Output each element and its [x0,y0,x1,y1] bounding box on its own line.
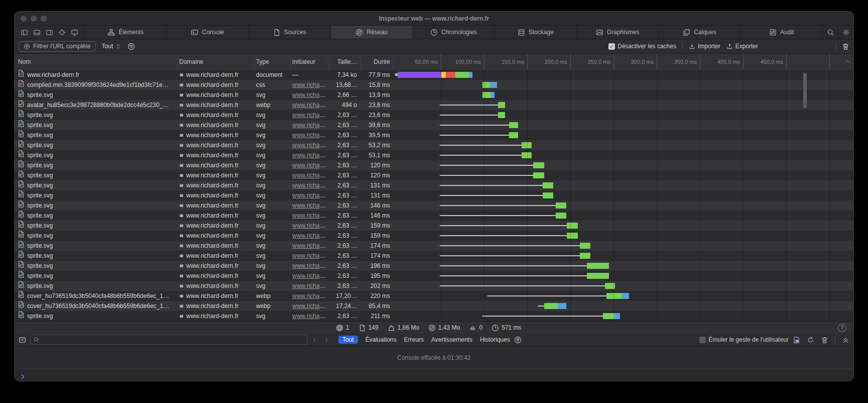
col-header-domain[interactable]: Domaine [179,54,203,70]
scrollbar-thumb[interactable] [803,73,807,108]
initiator-link[interactable]: www.richard-d… [292,112,327,119]
initiator-link[interactable]: www.richard-d… [292,232,327,239]
emulate-user-gesture-checkbox[interactable]: Émuler le geste de l'utilisateur [699,336,789,343]
col-header-duration[interactable]: Durée [362,54,390,70]
initiator-link[interactable]: www.richard-d… [292,102,327,109]
dock-left-icon[interactable] [21,29,28,36]
initiator-link[interactable]: www.richard-d… [292,202,327,209]
device-icon[interactable] [71,29,78,36]
initiator-link[interactable]: www.richard-d… [292,282,327,289]
collapse-waterfall-icon[interactable] [844,58,850,64]
initiator-link[interactable]: www.richard-d… [292,122,327,129]
request-row[interactable]: sprite.svgwww.richard-dern.frsvgwww.rich… [15,150,853,160]
initiator-link[interactable]: www.richard-d… [292,172,327,179]
request-row[interactable]: avatar_hu85ecc3e298728880b0bde2dcc4e5c23… [15,100,853,110]
chevron-left-icon[interactable] [311,337,319,343]
element-picker-icon[interactable] [58,29,66,36]
request-row[interactable]: sprite.svgwww.richard-dern.frsvgwww.rich… [15,130,853,140]
request-row[interactable]: cover_hu736519dc3b5040cfa48b6b559b6de6ec… [15,301,853,311]
request-row[interactable]: sprite.svgwww.richard-dern.frsvgwww.rich… [15,140,853,150]
request-row[interactable]: sprite.svgwww.richard-dern.frsvgwww.rich… [15,170,853,180]
initiator-link[interactable]: www.richard-d… [292,81,327,88]
request-row[interactable]: sprite.svgwww.richard-dern.frsvgwww.rich… [15,231,853,241]
tab-chronologies[interactable]: Chronologies [412,26,494,39]
initiator-link[interactable]: www.richard-d… [292,192,327,199]
console-prompt-row[interactable] [15,369,853,381]
console-search-input[interactable] [41,336,304,344]
chevron-updown-icon [115,43,121,50]
tab-stockage[interactable]: Stockage [494,26,576,39]
tab-sources[interactable]: Sources [249,26,330,39]
request-row[interactable]: sprite.svgwww.richard-dern.frsvgwww.rich… [15,160,853,170]
initiator-link[interactable]: www.richard-d… [292,182,327,189]
gear-icon[interactable] [838,26,853,39]
filter-options-icon[interactable] [128,43,135,50]
console-scope-tout[interactable]: Tout [338,336,358,344]
initiator-link[interactable]: www.richard-d… [292,262,327,269]
tab-audit[interactable]: Audit [740,26,822,39]
filter-url-button[interactable]: Filtrer l'URL complète [19,41,96,52]
initiator-link[interactable]: www.richard-d… [292,212,327,219]
chevron-right-icon[interactable] [323,337,331,343]
request-row[interactable]: cover_hu736519dc3b5040cfa48b6b559b6de6ec… [15,291,853,301]
show-javascript-sources-icon[interactable]: JS [793,336,800,344]
request-row[interactable]: sprite.svgwww.richard-dern.frsvgwww.rich… [15,90,853,100]
reload-icon[interactable] [807,336,814,344]
export-button[interactable]: Exporter [726,43,758,50]
console-scope-erreurs[interactable]: Erreurs [404,336,424,343]
request-row[interactable]: sprite.svgwww.richard-dern.frsvgwww.rich… [15,271,853,281]
tab-elements[interactable]: Éléments [84,26,166,39]
request-row[interactable]: sprite.svgwww.richard-dern.frsvgwww.rich… [15,200,853,211]
initiator-link[interactable]: www.richard-d… [292,292,327,299]
file-image-icon [18,170,24,180]
request-row[interactable]: sprite.svgwww.richard-dern.frsvgwww.rich… [15,120,853,130]
initiator-link[interactable]: www.richard-d… [292,162,327,169]
col-header-name[interactable]: Nom [18,54,31,70]
request-row[interactable]: sprite.svgwww.richard-dern.frsvgwww.rich… [15,261,853,271]
console-drawer-icon[interactable] [19,336,26,344]
col-header-type[interactable]: Type [256,54,269,70]
request-row[interactable]: compiled.min.38390909f303624ed9e1cf1bd3f… [15,80,853,90]
tab-console[interactable]: Console [166,26,248,39]
clear-console-trash-icon[interactable] [821,336,828,344]
initiator-link[interactable]: www.richard-d… [292,91,327,98]
request-row[interactable]: sprite.svgwww.richard-dern.frsvgwww.rich… [15,311,853,321]
dock-right-icon[interactable] [46,29,53,36]
initiator-link[interactable]: www.richard-d… [292,252,327,259]
help-button[interactable]: ? [838,324,846,332]
console-scope-evaluations[interactable]: Évaluations [365,336,397,343]
tab-reseau[interactable]: Réseau [330,26,412,39]
disable-caches-checkbox[interactable]: ✓ Désactiver les caches [608,43,676,50]
console-filter-icon[interactable] [514,336,522,344]
request-row[interactable]: sprite.svgwww.richard-dern.frsvgwww.rich… [15,221,853,231]
console-scope-avertissements[interactable]: Avertissements [431,336,472,343]
col-header-initiator[interactable]: Initiateur [292,54,315,70]
tab-calques[interactable]: Calques [658,26,740,39]
console-scope-historiques[interactable]: Historiques [480,336,510,343]
console-search-field[interactable] [30,335,307,345]
initiator-link[interactable]: www.richard-d… [292,303,327,310]
initiator-link[interactable]: www.richard-d… [292,142,327,149]
initiator-link[interactable]: www.richard-d… [292,313,327,320]
request-row[interactable]: sprite.svgwww.richard-dern.frsvgwww.rich… [15,110,853,120]
tab-graphismes[interactable]: Graphismes [576,26,658,39]
resource-type-select[interactable]: Tout [102,43,122,50]
clear-network-trash-icon[interactable] [842,43,849,50]
request-row[interactable]: sprite.svgwww.richard-dern.frsvgwww.rich… [15,281,853,291]
initiator-link[interactable]: www.richard-d… [292,132,327,139]
request-row[interactable]: sprite.svgwww.richard-dern.frsvgwww.rich… [15,190,853,200]
request-row[interactable]: www.richard-dern.frwww.richard-dern.frdo… [15,70,853,80]
dock-bottom-icon[interactable] [33,29,41,36]
request-row[interactable]: sprite.svgwww.richard-dern.frsvgwww.rich… [15,251,853,261]
request-row[interactable]: sprite.svgwww.richard-dern.frsvgwww.rich… [15,241,853,251]
import-button[interactable]: Importer [689,43,720,50]
initiator-link[interactable]: www.richard-d… [292,242,327,249]
initiator-link[interactable]: www.richard-d… [292,222,327,229]
request-row[interactable]: sprite.svgwww.richard-dern.frsvgwww.rich… [15,211,853,221]
initiator-link[interactable]: www.richard-d… [292,272,327,279]
col-header-size[interactable]: Taille… [328,54,357,70]
expand-console-icon[interactable] [842,336,849,344]
search-icon[interactable] [822,26,838,39]
request-row[interactable]: sprite.svgwww.richard-dern.frsvgwww.rich… [15,180,853,190]
initiator-link[interactable]: www.richard-d… [292,152,327,159]
